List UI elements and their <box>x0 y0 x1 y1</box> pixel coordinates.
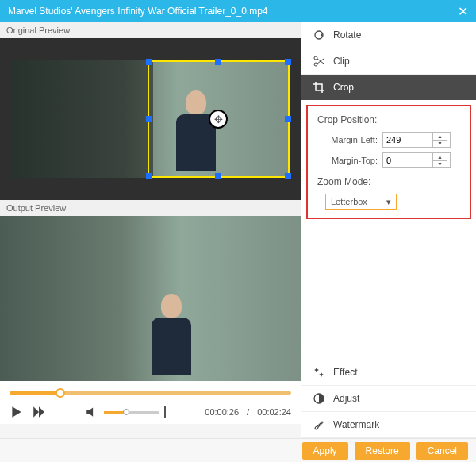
original-video-frame: ✥ <box>12 60 290 178</box>
output-preview <box>0 216 301 381</box>
footer: Apply Restore Cancel <box>0 438 476 462</box>
main-area: Original Preview ✥ Output Preview <box>0 22 476 438</box>
margin-top-row: Margin-Top: ▲▼ <box>317 152 460 168</box>
menu-label: Adjust <box>333 393 359 404</box>
margin-left-label: Margin-Left: <box>325 135 378 144</box>
volume-thumb[interactable] <box>123 409 129 415</box>
crop-handle-br[interactable] <box>285 173 291 179</box>
volume-control <box>85 405 166 419</box>
original-preview-label: Original Preview <box>0 22 301 38</box>
menu-crop[interactable]: Crop <box>301 75 476 100</box>
spin-down[interactable]: ▼ <box>433 141 447 148</box>
menu-label: Effect <box>333 367 357 378</box>
seek-fill <box>10 391 60 395</box>
margin-left-spinner: ▲▼ <box>432 133 447 147</box>
margin-top-spinner: ▲▼ <box>432 153 447 167</box>
crop-handle-bl[interactable] <box>146 173 152 179</box>
zoom-mode-select[interactable]: Letterbox ▾ <box>325 194 397 210</box>
contrast-icon <box>313 392 325 405</box>
crop-handle-tm[interactable] <box>215 59 221 65</box>
crop-icon <box>313 81 325 94</box>
menu-rotate[interactable]: Rotate <box>301 22 476 48</box>
margin-top-field[interactable] <box>383 153 432 167</box>
seek-track[interactable] <box>10 391 291 395</box>
controls-row: 00:00:26 / 00:02:24 <box>10 405 291 419</box>
crop-handle-mr[interactable] <box>285 116 291 122</box>
spin-up[interactable]: ▲ <box>433 133 447 141</box>
spin-up[interactable]: ▲ <box>433 153 447 161</box>
spin-down[interactable]: ▼ <box>433 161 447 168</box>
menu-label: Rotate <box>333 29 361 40</box>
brush-icon <box>313 418 325 431</box>
zoom-mode-value: Letterbox <box>331 197 367 206</box>
crop-handle-bm[interactable] <box>215 173 221 179</box>
video-subject <box>148 294 195 381</box>
restore-button[interactable]: Restore <box>355 442 410 460</box>
time-sep: / <box>247 407 249 417</box>
menu-effect[interactable]: Effect <box>301 360 476 386</box>
margin-left-input[interactable]: ▲▼ <box>382 132 451 148</box>
titlebar: Marvel Studios' Avengers Infinity War Of… <box>0 0 476 22</box>
volume-slider[interactable] <box>104 411 159 414</box>
scissors-icon <box>313 55 325 67</box>
crop-handle-tl[interactable] <box>146 59 152 65</box>
crop-options: Crop Position: Margin-Left: ▲▼ Margin-To… <box>306 105 471 219</box>
menu-clip[interactable]: Clip <box>301 48 476 75</box>
crop-selection[interactable]: ✥ <box>148 60 290 178</box>
time-current: 00:00:26 <box>205 407 239 417</box>
menu-adjust[interactable]: Adjust <box>301 386 476 412</box>
margin-top-label: Margin-Top: <box>325 156 378 165</box>
menu-label: Clip <box>333 56 350 67</box>
time-total: 00:02:24 <box>257 407 291 417</box>
left-panel: Original Preview ✥ Output Preview <box>0 22 301 438</box>
move-icon[interactable]: ✥ <box>209 110 228 129</box>
margin-top-input[interactable]: ▲▼ <box>382 152 451 168</box>
output-video-frame <box>0 216 301 381</box>
crop-handle-ml[interactable] <box>146 116 152 122</box>
menu-label: Crop <box>333 82 354 93</box>
output-preview-label: Output Preview <box>0 200 301 216</box>
svg-point-1 <box>314 56 317 60</box>
svg-point-2 <box>314 63 317 66</box>
apply-button[interactable]: Apply <box>302 442 348 460</box>
volume-icon[interactable] <box>85 405 99 419</box>
right-panel: Rotate Clip Crop Crop Position: Margin-L… <box>301 22 476 438</box>
chevron-down-icon: ▾ <box>386 197 391 207</box>
rotate-icon <box>313 29 325 41</box>
menu-label: Watermark <box>333 419 379 430</box>
close-icon[interactable]: ✕ <box>458 4 468 19</box>
margin-left-row: Margin-Left: ▲▼ <box>317 132 460 148</box>
next-frame-button[interactable] <box>32 405 46 419</box>
original-preview[interactable]: ✥ <box>0 38 301 200</box>
margin-left-field[interactable] <box>383 133 432 147</box>
crop-handle-tr[interactable] <box>285 59 291 65</box>
menu-watermark[interactable]: Watermark <box>301 412 476 438</box>
zoom-mode-title: Zoom Mode: <box>317 176 460 187</box>
play-button[interactable] <box>10 405 24 419</box>
sparkle-icon <box>313 366 325 379</box>
volume-end-bar <box>164 406 166 418</box>
crop-position-title: Crop Position: <box>317 114 460 125</box>
seek-thumb[interactable] <box>56 388 65 398</box>
crop-dim-overlay <box>12 60 154 178</box>
window-title: Marvel Studios' Avengers Infinity War Of… <box>8 6 458 17</box>
cancel-button[interactable]: Cancel <box>416 442 468 460</box>
seek-bar[interactable] <box>10 386 291 400</box>
playback-controls: 00:00:26 / 00:02:24 <box>0 381 301 424</box>
